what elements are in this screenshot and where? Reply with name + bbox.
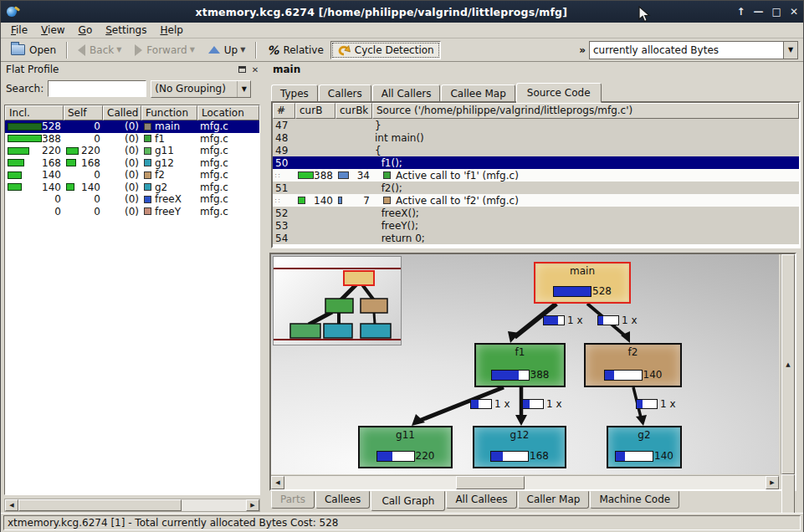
minimize-button[interactable]: — <box>754 7 764 17</box>
column-header-called[interactable]: Called <box>103 105 141 120</box>
column-header-function[interactable]: Function <box>141 105 197 120</box>
cycle-detection-label: Cycle Detection <box>355 44 434 56</box>
active-function-title: main <box>273 64 300 75</box>
application-window: xtmemory.kcg.6274 [/home/philippe/valgri… <box>0 0 804 532</box>
toolbar-separator <box>66 42 68 59</box>
table-row-freeX[interactable]: 0 0 (0) freeX mfg.c <box>5 193 259 206</box>
scroll-right-icon[interactable]: ▶ <box>246 499 259 511</box>
table-row-g2[interactable]: 140 140 (0) g2 mfg.c <box>5 182 259 194</box>
source-line-selected[interactable]: 50 f1(); <box>273 156 799 169</box>
up-dropdown-icon[interactable]: ▼ <box>240 46 245 54</box>
dock-close-button[interactable]: ✕ <box>250 64 260 74</box>
source-call-row[interactable]: ⸬ 388 34 Active call to 'f1' (mfg.c) <box>273 169 799 182</box>
source-line[interactable]: 54 return 0; <box>273 232 799 244</box>
status-message: xtmemory.kcg.6274 [1] - Total currently … <box>3 515 801 530</box>
top-tab-bar: Types Callers All Callers Callee Map Sou… <box>271 80 602 101</box>
column-header-self[interactable]: Self <box>64 105 103 120</box>
column-header-incl[interactable]: Incl. <box>5 105 64 120</box>
source-line[interactable]: 51 f2(); <box>273 182 799 194</box>
source-line[interactable]: 53 freeY(); <box>273 219 799 232</box>
back-button[interactable]: Back ▼ <box>71 41 128 59</box>
menu-help[interactable]: Help <box>153 23 189 37</box>
graph-node-g12[interactable]: g12 168 <box>473 426 566 468</box>
graph-horizontal-scrollbar[interactable]: ◀ ▶ <box>271 475 779 489</box>
graph-node-g2[interactable]: g2 140 <box>607 426 682 468</box>
graph-node-g11[interactable]: g11 220 <box>358 426 453 468</box>
source-line[interactable]: 52 freeX(); <box>273 207 799 219</box>
function-color-icon <box>144 135 151 142</box>
tab-call-graph[interactable]: Call Graph <box>371 491 445 511</box>
graph-node-main[interactable]: main 528 <box>534 262 631 304</box>
table-row-g11[interactable]: 220 220 (0) g11 mfg.c <box>5 145 259 157</box>
shade-button[interactable]: ↑ <box>737 7 745 17</box>
title-bar[interactable]: xtmemory.kcg.6274 [/home/philippe/valgri… <box>1 1 803 23</box>
column-header-curbk[interactable]: curBk <box>335 103 372 119</box>
flat-profile-horizontal-scrollbar[interactable]: ◀ ▶ <box>4 499 260 512</box>
tab-all-callers[interactable]: All Callers <box>372 84 441 102</box>
tab-machine-code[interactable]: Machine Code <box>590 491 679 509</box>
combo-dropdown-icon[interactable]: ▼ <box>783 42 797 59</box>
tab-callees[interactable]: Callees <box>315 491 370 509</box>
table-row-main[interactable]: 528 0 (0) main mfg.c <box>5 120 259 133</box>
menu-go[interactable]: Go <box>72 23 100 37</box>
graph-node-f1[interactable]: f1 388 <box>474 343 566 387</box>
search-input[interactable] <box>48 80 146 97</box>
edge-label-main-f1: 1 x <box>543 315 583 326</box>
grouping-combobox[interactable]: (No Grouping) ▼ <box>151 80 251 98</box>
back-dropdown-icon: ▼ <box>116 46 121 54</box>
forward-button[interactable]: Forward ▼ <box>128 41 201 59</box>
toolbar-separator <box>255 42 257 59</box>
scroll-up-icon[interactable]: ▲ <box>781 254 795 474</box>
tab-callers[interactable]: Callers <box>319 84 371 102</box>
cost-bar <box>604 370 643 381</box>
tab-all-callees[interactable]: All Callees <box>446 491 516 509</box>
close-button[interactable]: ✕ <box>790 7 798 17</box>
column-header-source[interactable]: Source ('/home/philippe/valgrind/littlep… <box>372 103 799 119</box>
table-row-freeY[interactable]: 0 0 (0) freeY mfg.c <box>5 206 259 218</box>
function-color-icon <box>144 183 151 191</box>
tree-branch-icon: ⸬ <box>275 197 280 205</box>
column-header-line[interactable]: # <box>273 103 295 119</box>
dock-header[interactable]: Flat Profile ✕ <box>3 62 264 77</box>
scroll-left-icon[interactable]: ◀ <box>5 499 18 511</box>
scrollbar-thumb[interactable] <box>18 499 182 511</box>
tab-source-code[interactable]: Source Code <box>516 83 602 103</box>
table-row-f2[interactable]: 140 0 (0) f2 mfg.c <box>5 169 259 182</box>
relative-toggle-button[interactable]: % Relative <box>260 40 330 60</box>
tab-callee-map[interactable]: Callee Map <box>441 84 515 102</box>
scroll-left-icon[interactable]: ◀ <box>271 476 284 489</box>
graph-vertical-scrollbar[interactable]: ▲ ▼ <box>781 254 795 474</box>
call-graph-pane: main 528 f1 388 f2 140 g11 220 g12 168 <box>269 253 796 491</box>
table-row-f1[interactable]: 388 0 (0) f1 mfg.c <box>5 133 259 146</box>
open-button[interactable]: Open <box>4 41 63 59</box>
cycle-detection-toggle-button[interactable]: Cycle Detection <box>330 41 441 59</box>
tab-caller-map[interactable]: Caller Map <box>518 491 590 509</box>
forward-label: Forward <box>146 44 187 56</box>
toolbar-overflow-chevron[interactable]: » <box>576 44 589 56</box>
dock-float-button[interactable] <box>237 64 247 74</box>
source-line[interactable]: 48 int main() <box>273 131 799 144</box>
scrollbar-thumb[interactable] <box>456 476 525 489</box>
column-header-curb[interactable]: curB <box>295 103 335 119</box>
source-line[interactable]: 49 { <box>273 144 799 156</box>
menu-view[interactable]: View <box>34 23 71 37</box>
up-button[interactable]: Up ▼ <box>202 41 253 59</box>
back-arrow-icon <box>78 44 85 56</box>
source-call-row[interactable]: ⸬ 140 7 Active call to 'f2' (mfg.c) <box>273 194 799 207</box>
menu-file[interactable]: File <box>4 23 34 37</box>
graph-overview-minimap[interactable] <box>273 256 402 345</box>
callee-color-icon <box>383 197 391 204</box>
call-graph-canvas[interactable]: main 528 f1 388 f2 140 g11 220 g12 168 <box>271 254 779 474</box>
event-type-combobox[interactable]: currently allocated Bytes ▼ <box>589 41 798 59</box>
table-row-g12[interactable]: 168 168 (0) g12 mfg.c <box>5 157 259 170</box>
menu-settings[interactable]: Settings <box>99 23 153 37</box>
maximize-button[interactable]: □ <box>772 7 781 17</box>
open-label: Open <box>29 44 56 56</box>
graph-node-f2[interactable]: f2 140 <box>584 343 682 387</box>
column-header-location[interactable]: Location <box>197 105 259 120</box>
source-line[interactable]: 47 } <box>273 119 799 131</box>
tab-parts[interactable]: Parts <box>271 491 315 509</box>
scroll-right-icon[interactable]: ▶ <box>766 476 779 489</box>
tab-types[interactable]: Types <box>271 84 318 102</box>
combo-dropdown-icon[interactable]: ▼ <box>237 81 250 97</box>
